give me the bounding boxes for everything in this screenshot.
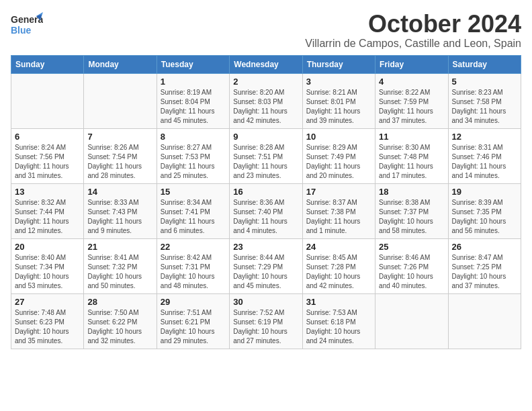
day-number: 16 (233, 187, 298, 197)
calendar-cell: 24Sunrise: 8:45 AMSunset: 7:28 PMDayligh… (302, 238, 375, 293)
day-info: Sunrise: 8:47 AMSunset: 7:25 PMDaylight:… (452, 253, 517, 291)
day-number: 4 (379, 77, 444, 87)
day-number: 18 (379, 187, 444, 197)
day-info: Sunrise: 8:45 AMSunset: 7:28 PMDaylight:… (306, 253, 371, 291)
day-info: Sunrise: 8:30 AMSunset: 7:48 PMDaylight:… (379, 143, 444, 181)
day-info: Sunrise: 8:27 AMSunset: 7:53 PMDaylight:… (161, 143, 226, 181)
day-number: 25 (379, 242, 444, 252)
day-info: Sunrise: 8:42 AMSunset: 7:31 PMDaylight:… (161, 253, 226, 291)
weekday-header: Tuesday (157, 55, 229, 73)
calendar-week-row: 27Sunrise: 7:48 AMSunset: 6:23 PMDayligh… (11, 293, 521, 349)
logo-mark: General Blue (11, 11, 43, 40)
day-info: Sunrise: 8:23 AMSunset: 7:58 PMDaylight:… (452, 88, 517, 126)
calendar-cell: 10Sunrise: 8:29 AMSunset: 7:49 PMDayligh… (302, 128, 375, 183)
calendar-cell: 2Sunrise: 8:20 AMSunset: 8:03 PMDaylight… (230, 73, 302, 128)
day-info: Sunrise: 8:19 AMSunset: 8:04 PMDaylight:… (161, 88, 226, 126)
day-info: Sunrise: 8:22 AMSunset: 7:59 PMDaylight:… (379, 88, 444, 126)
calendar-cell: 5Sunrise: 8:23 AMSunset: 7:58 PMDaylight… (448, 73, 521, 128)
calendar-week-row: 1Sunrise: 8:19 AMSunset: 8:04 PMDaylight… (11, 73, 521, 128)
calendar-cell: 19Sunrise: 8:39 AMSunset: 7:35 PMDayligh… (448, 183, 521, 238)
calendar-cell: 22Sunrise: 8:42 AMSunset: 7:31 PMDayligh… (157, 238, 229, 293)
calendar-cell: 23Sunrise: 8:44 AMSunset: 7:29 PMDayligh… (230, 238, 302, 293)
calendar-cell (375, 293, 448, 349)
day-info: Sunrise: 7:48 AMSunset: 6:23 PMDaylight:… (15, 308, 80, 346)
weekday-header-row: SundayMondayTuesdayWednesdayThursdayFrid… (11, 55, 521, 73)
day-info: Sunrise: 8:46 AMSunset: 7:26 PMDaylight:… (379, 253, 444, 291)
day-info: Sunrise: 8:28 AMSunset: 7:51 PMDaylight:… (233, 143, 298, 181)
calendar-cell: 14Sunrise: 8:33 AMSunset: 7:43 PMDayligh… (84, 183, 157, 238)
logo: General Blue (11, 11, 43, 40)
day-number: 21 (87, 242, 152, 252)
location-title: Villarrin de Campos, Castille and Leon, … (305, 38, 521, 50)
month-title: October 2024 (305, 11, 521, 38)
calendar-cell (84, 73, 157, 128)
day-info: Sunrise: 8:29 AMSunset: 7:49 PMDaylight:… (306, 143, 371, 181)
day-info: Sunrise: 7:51 AMSunset: 6:21 PMDaylight:… (161, 308, 226, 346)
day-number: 26 (452, 242, 517, 252)
day-number: 23 (233, 242, 298, 252)
day-number: 29 (161, 297, 226, 307)
day-number: 27 (15, 297, 80, 307)
day-info: Sunrise: 8:24 AMSunset: 7:56 PMDaylight:… (15, 143, 80, 181)
day-number: 28 (87, 297, 152, 307)
day-number: 14 (87, 187, 152, 197)
calendar-cell: 27Sunrise: 7:48 AMSunset: 6:23 PMDayligh… (11, 293, 84, 349)
weekday-header: Sunday (11, 55, 84, 73)
day-info: Sunrise: 8:32 AMSunset: 7:44 PMDaylight:… (15, 198, 80, 236)
day-info: Sunrise: 8:31 AMSunset: 7:46 PMDaylight:… (452, 143, 517, 181)
day-info: Sunrise: 8:41 AMSunset: 7:32 PMDaylight:… (87, 253, 152, 291)
weekday-header: Thursday (302, 55, 375, 73)
day-info: Sunrise: 7:53 AMSunset: 6:18 PMDaylight:… (306, 308, 371, 346)
day-number: 13 (15, 187, 80, 197)
day-number: 11 (379, 132, 444, 142)
calendar-cell: 8Sunrise: 8:27 AMSunset: 7:53 PMDaylight… (157, 128, 229, 183)
day-number: 1 (161, 77, 226, 87)
calendar-cell: 15Sunrise: 8:34 AMSunset: 7:41 PMDayligh… (157, 183, 229, 238)
day-info: Sunrise: 8:26 AMSunset: 7:54 PMDaylight:… (87, 143, 152, 181)
day-info: Sunrise: 8:40 AMSunset: 7:34 PMDaylight:… (15, 253, 80, 291)
day-number: 12 (452, 132, 517, 142)
calendar-cell: 12Sunrise: 8:31 AMSunset: 7:46 PMDayligh… (448, 128, 521, 183)
calendar-table: SundayMondayTuesdayWednesdayThursdayFrid… (11, 55, 521, 349)
day-info: Sunrise: 8:38 AMSunset: 7:37 PMDaylight:… (379, 198, 444, 236)
calendar-cell: 31Sunrise: 7:53 AMSunset: 6:18 PMDayligh… (302, 293, 375, 349)
calendar-cell: 6Sunrise: 8:24 AMSunset: 7:56 PMDaylight… (11, 128, 84, 183)
weekday-header: Wednesday (230, 55, 302, 73)
weekday-header: Saturday (448, 55, 521, 73)
calendar-cell: 16Sunrise: 8:36 AMSunset: 7:40 PMDayligh… (230, 183, 302, 238)
calendar-cell (11, 73, 84, 128)
day-number: 15 (161, 187, 226, 197)
day-number: 19 (452, 187, 517, 197)
calendar-cell: 26Sunrise: 8:47 AMSunset: 7:25 PMDayligh… (448, 238, 521, 293)
calendar-cell: 13Sunrise: 8:32 AMSunset: 7:44 PMDayligh… (11, 183, 84, 238)
svg-text:Blue: Blue (11, 25, 32, 36)
calendar-cell: 7Sunrise: 8:26 AMSunset: 7:54 PMDaylight… (84, 128, 157, 183)
day-info: Sunrise: 8:34 AMSunset: 7:41 PMDaylight:… (161, 198, 226, 236)
day-number: 6 (15, 132, 80, 142)
calendar-cell: 21Sunrise: 8:41 AMSunset: 7:32 PMDayligh… (84, 238, 157, 293)
day-number: 24 (306, 242, 371, 252)
calendar-cell: 30Sunrise: 7:52 AMSunset: 6:19 PMDayligh… (230, 293, 302, 349)
day-number: 17 (306, 187, 371, 197)
calendar-cell: 18Sunrise: 8:38 AMSunset: 7:37 PMDayligh… (375, 183, 448, 238)
day-info: Sunrise: 7:50 AMSunset: 6:22 PMDaylight:… (87, 308, 152, 346)
calendar-cell: 29Sunrise: 7:51 AMSunset: 6:21 PMDayligh… (157, 293, 229, 349)
calendar-week-row: 13Sunrise: 8:32 AMSunset: 7:44 PMDayligh… (11, 183, 521, 238)
day-number: 2 (233, 77, 298, 87)
calendar-week-row: 6Sunrise: 8:24 AMSunset: 7:56 PMDaylight… (11, 128, 521, 183)
title-section: October 2024 Villarrin de Campos, Castil… (305, 11, 521, 50)
day-info: Sunrise: 8:21 AMSunset: 8:01 PMDaylight:… (306, 88, 371, 126)
day-number: 8 (161, 132, 226, 142)
day-info: Sunrise: 7:52 AMSunset: 6:19 PMDaylight:… (233, 308, 298, 346)
weekday-header: Monday (84, 55, 157, 73)
calendar-cell: 20Sunrise: 8:40 AMSunset: 7:34 PMDayligh… (11, 238, 84, 293)
day-number: 20 (15, 242, 80, 252)
day-number: 30 (233, 297, 298, 307)
weekday-header: Friday (375, 55, 448, 73)
day-number: 9 (233, 132, 298, 142)
day-number: 7 (87, 132, 152, 142)
day-number: 3 (306, 77, 371, 87)
day-info: Sunrise: 8:20 AMSunset: 8:03 PMDaylight:… (233, 88, 298, 126)
day-number: 10 (306, 132, 371, 142)
calendar-week-row: 20Sunrise: 8:40 AMSunset: 7:34 PMDayligh… (11, 238, 521, 293)
